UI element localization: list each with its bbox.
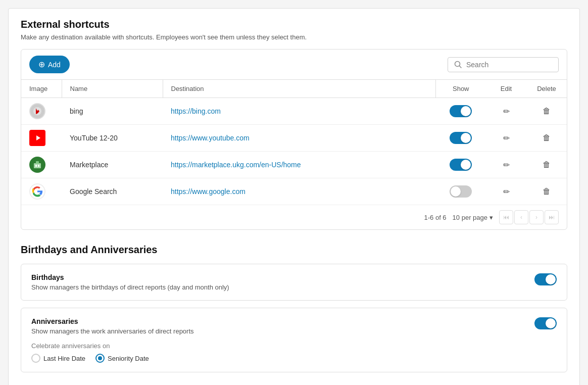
anniversaries-card: Anniversaries Show managers the work ann… bbox=[21, 308, 567, 372]
delete-cell-1: 🗑 bbox=[526, 125, 567, 152]
show-cell-1 bbox=[435, 125, 486, 152]
pagination-row: 1-6 of 6 10 per page ▾ ⏮ ‹ › ⏭ bbox=[21, 205, 567, 229]
next-page-button[interactable]: › bbox=[529, 210, 544, 224]
edit-button-2[interactable]: ✏ bbox=[501, 158, 512, 172]
icon-cell-2 bbox=[21, 152, 62, 178]
toggle-thumb-3 bbox=[451, 186, 461, 197]
edit-cell-0: ✏ bbox=[486, 98, 526, 125]
edit-button-3[interactable]: ✏ bbox=[501, 185, 512, 199]
page-container: External shortcuts Make any destination … bbox=[8, 8, 580, 385]
show-toggle-3[interactable] bbox=[450, 185, 472, 198]
birthdays-toggle[interactable] bbox=[534, 273, 557, 285]
anniversaries-toggle-thumb bbox=[546, 318, 556, 328]
delete-button-2[interactable]: 🗑 bbox=[541, 158, 553, 171]
search-box bbox=[448, 57, 559, 72]
birthdays-card-title: Birthdays bbox=[31, 273, 229, 281]
show-toggle-0[interactable] bbox=[450, 105, 472, 117]
dest-cell-3: https://www.google.com bbox=[163, 178, 435, 205]
svg-rect-7 bbox=[35, 165, 37, 167]
anniversary-radio-group: Last Hire Date Seniority Date bbox=[31, 354, 557, 363]
dest-cell-0: https://bing.com bbox=[163, 98, 435, 125]
radio-seniority-date-dot bbox=[98, 356, 102, 360]
col-header-image: Image bbox=[21, 80, 62, 98]
pagination-range: 1-6 of 6 bbox=[424, 214, 447, 221]
anniversaries-toggle[interactable] bbox=[534, 317, 557, 329]
svg-rect-6 bbox=[36, 161, 39, 164]
google-icon bbox=[29, 183, 45, 200]
search-input[interactable] bbox=[466, 61, 552, 69]
external-shortcuts-subtitle: Make any destination available with shor… bbox=[21, 33, 567, 41]
toggle-track-0 bbox=[450, 105, 472, 117]
icon-cell-3 bbox=[21, 178, 62, 205]
table-row: Google Search https://www.google.com ✏ 🗑 bbox=[21, 178, 567, 205]
table-row: bing https://bing.com ✏ 🗑 bbox=[21, 98, 567, 125]
toggle-track-1 bbox=[450, 132, 472, 144]
anniversaries-card-title: Anniversaries bbox=[31, 317, 194, 325]
radio-seniority-date-circle bbox=[95, 354, 105, 363]
toggle-track-2 bbox=[450, 159, 472, 171]
external-shortcuts-section: External shortcuts Make any destination … bbox=[21, 19, 567, 230]
destination-link-2[interactable]: https://marketplace.ukg.com/en-US/home bbox=[171, 161, 301, 169]
shortcuts-table: Image Name Destination Show Edit Delete … bbox=[21, 79, 567, 205]
celebrate-label: Celebrate anniversaries on bbox=[31, 342, 557, 350]
dest-cell-2: https://marketplace.ukg.com/en-US/home bbox=[163, 152, 435, 178]
delete-button-3[interactable]: 🗑 bbox=[541, 185, 553, 198]
edit-button-1[interactable]: ✏ bbox=[501, 131, 512, 145]
birthdays-anniversaries-title: Birthdays and Anniversaries bbox=[21, 244, 567, 256]
delete-button-1[interactable]: 🗑 bbox=[541, 131, 553, 145]
external-shortcuts-title: External shortcuts bbox=[21, 19, 567, 30]
table-row: Marketplace https://marketplace.ukg.com/… bbox=[21, 152, 567, 178]
anniversaries-card-desc: Show managers the work anniversaries of … bbox=[31, 327, 194, 335]
search-icon bbox=[454, 61, 462, 69]
per-page-selector[interactable]: 10 per page ▾ bbox=[453, 214, 493, 221]
toggle-thumb-2 bbox=[461, 160, 471, 170]
birthdays-card-desc: Show managers the birthdays of direct re… bbox=[31, 283, 229, 291]
birthdays-card: Birthdays Show managers the birthdays of… bbox=[21, 264, 567, 301]
destination-link-0[interactable]: https://bing.com bbox=[171, 107, 221, 115]
birthdays-anniversaries-section: Birthdays and Anniversaries Birthdays Sh… bbox=[21, 244, 567, 372]
anniversaries-toggle-track bbox=[534, 317, 557, 329]
show-cell-2 bbox=[435, 152, 486, 178]
svg-line-1 bbox=[460, 66, 462, 68]
radio-last-hire-date[interactable]: Last Hire Date bbox=[31, 354, 85, 363]
marketplace-icon bbox=[29, 157, 45, 173]
radio-seniority-date[interactable]: Seniority Date bbox=[95, 354, 149, 363]
delete-cell-2: 🗑 bbox=[526, 152, 567, 178]
edit-cell-1: ✏ bbox=[486, 125, 526, 152]
show-cell-3 bbox=[435, 178, 486, 205]
name-cell-3: Google Search bbox=[62, 178, 163, 205]
toggle-thumb-1 bbox=[461, 133, 471, 143]
show-cell-0 bbox=[435, 98, 486, 125]
add-button-label: Add bbox=[48, 61, 61, 69]
col-header-edit: Edit bbox=[486, 80, 526, 98]
add-shortcut-button[interactable]: ⊕ Add bbox=[29, 56, 70, 73]
destination-link-3[interactable]: https://www.google.com bbox=[171, 187, 246, 196]
edit-button-0[interactable]: ✏ bbox=[501, 105, 512, 118]
first-page-button[interactable]: ⏮ bbox=[499, 210, 513, 224]
col-header-delete: Delete bbox=[526, 80, 567, 98]
dest-cell-1: https://www.youtube.com bbox=[163, 125, 435, 152]
last-page-button[interactable]: ⏭ bbox=[545, 210, 559, 224]
name-cell-0: bing bbox=[62, 98, 163, 125]
show-toggle-1[interactable] bbox=[450, 132, 472, 144]
anniversaries-card-text: Anniversaries Show managers the work ann… bbox=[31, 317, 194, 335]
show-toggle-2[interactable] bbox=[450, 159, 472, 171]
name-cell-2: Marketplace bbox=[62, 152, 163, 178]
col-header-name: Name bbox=[62, 80, 163, 98]
name-cell-1: YouTube 12-20 bbox=[62, 125, 163, 152]
col-header-destination: Destination bbox=[163, 80, 435, 98]
birthdays-card-header: Birthdays Show managers the birthdays of… bbox=[31, 273, 557, 291]
radio-seniority-date-label: Seniority Date bbox=[108, 355, 149, 362]
chevron-down-icon: ▾ bbox=[489, 214, 493, 221]
anniversaries-card-header: Anniversaries Show managers the work ann… bbox=[31, 317, 557, 335]
prev-page-button[interactable]: ‹ bbox=[514, 210, 528, 224]
birthdays-card-text: Birthdays Show managers the birthdays of… bbox=[31, 273, 229, 291]
radio-last-hire-date-circle bbox=[31, 354, 40, 363]
destination-link-1[interactable]: https://www.youtube.com bbox=[171, 134, 250, 142]
radio-last-hire-date-label: Last Hire Date bbox=[43, 355, 85, 362]
delete-button-0[interactable]: 🗑 bbox=[541, 105, 553, 118]
edit-cell-3: ✏ bbox=[486, 178, 526, 205]
youtube-icon bbox=[29, 130, 45, 146]
delete-cell-3: 🗑 bbox=[526, 178, 567, 205]
birthdays-toggle-track bbox=[534, 273, 557, 285]
